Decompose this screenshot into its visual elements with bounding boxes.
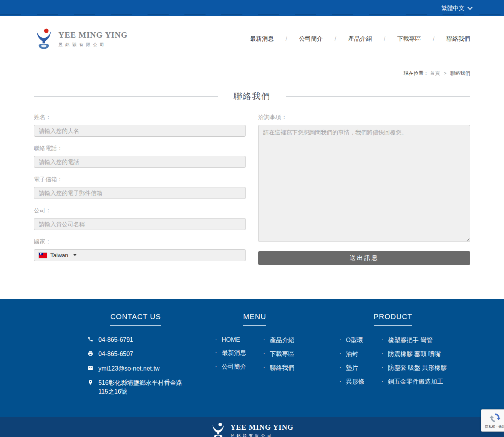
fax-icon [88, 351, 93, 356]
nav-item-downloads[interactable]: 下載專區 [397, 35, 421, 43]
chevron-down-icon [468, 5, 472, 10]
company-label: 公司： [34, 207, 246, 214]
nav-separator: / [335, 36, 336, 42]
language-selector[interactable]: 繁體中文 [441, 5, 472, 12]
recaptcha-icon [489, 412, 501, 424]
form-left-column: 姓名： 聯絡電話： 電子信箱： 公司： 國家： Taiwan [34, 114, 246, 265]
breadcrumb-current: 聯絡我們 [450, 70, 470, 76]
footer-link-gasket[interactable]: ·墊片 [339, 364, 364, 372]
main-content: 現在位置： 首頁 > 聯絡我們 聯絡我們 姓名： 聯絡電話： 電子信箱： 公司：… [34, 61, 470, 299]
country-select[interactable]: Taiwan [34, 249, 246, 261]
footer: CONTACT US 04-865-6791 04-865-6507 [0, 299, 504, 417]
bullet: · [381, 350, 383, 358]
footer-link-products[interactable]: ·產品介紹 [263, 336, 294, 344]
form-right-column: 洽詢事項： 送出訊息 [258, 114, 470, 265]
logo-text: YEE MING YING 昱銘穎有限公司 [58, 30, 128, 48]
footer-menu-column: MENU ·HOME ·最新消息 ·公司簡介 ·產品介紹 ·下載專區 ·聯絡我們 [211, 313, 299, 402]
nav-item-products[interactable]: 產品介紹 [348, 35, 372, 43]
page-title: 聯絡我們 [218, 91, 286, 102]
nav-separator: / [433, 36, 434, 42]
nav-separator: / [384, 36, 385, 42]
logo-name-en: YEE MING YING [58, 30, 128, 40]
page-title-row: 聯絡我們 [34, 91, 470, 102]
breadcrumb-separator: > [444, 70, 447, 76]
language-label: 繁體中文 [441, 5, 464, 12]
email-link[interactable]: ymi123@so-net.net.tw [98, 364, 159, 373]
footer-product-sublist-2: ·橡塑膠把手 彎管 ·防震橡膠 塞頭 噴嘴 ·防塵套 吸盤 異形橡膠 ·銅五金零… [381, 336, 447, 392]
footer-menu-sublist-2: ·產品介紹 ·下載專區 ·聯絡我們 [263, 336, 294, 378]
phone-icon [88, 336, 93, 342]
bullet: · [263, 364, 265, 372]
name-label: 姓名： [34, 114, 246, 121]
email-label: 電子信箱： [34, 176, 246, 183]
bullet: · [381, 336, 383, 344]
footer-logo-text: YEE MING YING 昱銘穎有限公司 [230, 423, 293, 437]
nav-item-contact[interactable]: 聯絡我們 [446, 35, 470, 43]
breadcrumb-home-link[interactable]: 首頁 [430, 70, 440, 76]
logo-person-icon [34, 28, 54, 50]
footer-menu-sublist-1: ·HOME ·最新消息 ·公司簡介 [215, 336, 246, 378]
bullet: · [215, 336, 217, 343]
message-textarea[interactable] [258, 125, 470, 242]
footer-link-handle-tube[interactable]: ·橡塑膠把手 彎管 [381, 336, 447, 344]
email-input[interactable] [34, 187, 246, 199]
bullet: · [339, 336, 341, 344]
title-divider-right [286, 96, 470, 97]
phone-label: 聯絡電話： [34, 145, 246, 152]
company-logo[interactable]: YEE MING YING 昱銘穎有限公司 [34, 28, 128, 50]
country-value: Taiwan [50, 252, 68, 258]
footer-product-sublist-1: ·O型環 ·油封 ·墊片 ·異形條 [339, 336, 364, 392]
footer-logo-person-icon [211, 422, 226, 437]
contact-fax-row: 04-865-6507 [88, 350, 184, 358]
footer-columns: CONTACT US 04-865-6791 04-865-6507 [34, 313, 470, 402]
breadcrumb: 現在位置： 首頁 > 聯絡我們 [34, 61, 470, 77]
address-text: 516彰化縣埔鹽鄉永平村番金路115之16號 [98, 379, 184, 396]
logo-name-zh: 昱銘穎有限公司 [58, 42, 128, 48]
nav-item-news[interactable]: 最新消息 [250, 35, 274, 43]
nav-separator: / [285, 36, 287, 42]
company-input[interactable] [34, 218, 246, 230]
location-icon [88, 379, 93, 385]
contact-us-heading: CONTACT US [110, 313, 161, 326]
menu-heading: MENU [243, 313, 266, 326]
country-label: 國家： [34, 238, 246, 245]
caret-down-icon [73, 254, 76, 256]
phone-input[interactable] [34, 156, 246, 168]
bullet: · [381, 364, 383, 372]
footer-product-column: PRODUCT ·O型環 ·油封 ·墊片 ·異形條 ·橡塑膠把手 彎管 ·防震橡… [330, 313, 456, 402]
footer-logo-band: YEE MING YING 昱銘穎有限公司 [0, 417, 504, 437]
footer-link-copper-forging[interactable]: ·銅五金零件鍛造加工 [381, 378, 447, 386]
email-icon [88, 365, 93, 371]
bullet: · [381, 378, 383, 386]
submit-button[interactable]: 送出訊息 [258, 251, 470, 265]
footer-link-downloads[interactable]: ·下載專區 [263, 350, 294, 358]
footer-link-rubber-plug[interactable]: ·防震橡膠 塞頭 噴嘴 [381, 350, 447, 358]
footer-link-home[interactable]: ·HOME [215, 336, 246, 343]
footer-logo-name-en: YEE MING YING [230, 423, 293, 432]
nav-item-about[interactable]: 公司簡介 [299, 35, 323, 43]
message-label: 洽詢事項： [258, 114, 470, 121]
footer-link-dust-cover[interactable]: ·防塵套 吸盤 異形橡膠 [381, 364, 447, 372]
bullet: · [215, 363, 217, 371]
bullet: · [339, 350, 341, 358]
top-bar: 繁體中文 [0, 0, 504, 16]
bullet: · [215, 349, 217, 357]
footer-link-oring[interactable]: ·O型環 [339, 336, 364, 344]
title-divider-left [34, 96, 218, 97]
contact-phone-row: 04-865-6791 [88, 336, 184, 344]
footer-link-oilseal[interactable]: ·油封 [339, 350, 364, 358]
footer-link-about[interactable]: ·公司簡介 [215, 363, 246, 371]
product-heading: PRODUCT [374, 313, 413, 326]
bullet: · [263, 350, 265, 358]
site-header: YEE MING YING 昱銘穎有限公司 最新消息 / 公司簡介 / 產品介紹… [0, 16, 504, 61]
recaptcha-badge[interactable]: 隱私權 - 條款 [481, 409, 504, 432]
bullet: · [339, 378, 341, 386]
name-input[interactable] [34, 125, 246, 137]
breadcrumb-prefix: 現在位置： [404, 70, 429, 76]
footer-link-profile-strip[interactable]: ·異形條 [339, 378, 364, 386]
footer-link-contact[interactable]: ·聯絡我們 [263, 364, 294, 372]
main-nav: 最新消息 / 公司簡介 / 產品介紹 / 下載專區 / 聯絡我們 [250, 35, 470, 43]
footer-link-news[interactable]: ·最新消息 [215, 349, 246, 357]
fax-number: 04-865-6507 [98, 350, 133, 358]
recaptcha-privacy-terms[interactable]: 隱私權 - 條款 [485, 424, 504, 429]
